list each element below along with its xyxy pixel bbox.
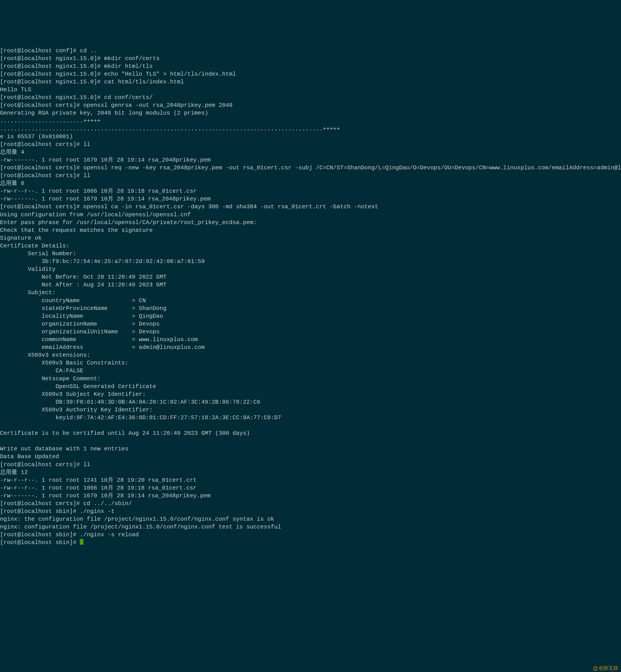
terminal-line: DB:39:F0:61:40:3D:0B:4A:0A:20:1C:02:AF:3…: [0, 399, 260, 405]
terminal-line: Serial Number:: [0, 250, 76, 257]
terminal-line: OpenSSL Generated Certificate: [0, 383, 156, 390]
terminal-line: Hello TLS: [0, 86, 31, 93]
terminal-line: X509v3 Subject Key Identifier:: [0, 391, 149, 398]
terminal-line: [root@localhost sbin]# ./nginx -t: [0, 508, 115, 515]
terminal-line: [root@localhost certs]# ll: [0, 172, 90, 179]
terminal-line: organizationName = Devops: [0, 321, 160, 327]
terminal-line: ........................+++++: [0, 117, 100, 124]
terminal-line: -rw-r--r--. 1 root root 1241 10月 28 19:2…: [0, 477, 197, 483]
terminal-line: Certificate Details:: [0, 242, 70, 249]
terminal-line: [root@localhost nginx1.15.0]# cd conf/ce…: [0, 94, 153, 101]
terminal-line: organizationalUnitName = Devops: [0, 328, 160, 335]
terminal-prompt-current[interactable]: [root@localhost sbin]#: [0, 539, 80, 546]
terminal-line: [root@localhost certs]# openssl ca -in r…: [0, 203, 378, 210]
terminal-line: -rw-------. 1 root root 1679 10月 28 19:1…: [0, 196, 211, 202]
terminal-line: X509v3 Authority Key Identifier:: [0, 406, 156, 413]
terminal-line: 总用量 8: [0, 180, 24, 187]
terminal-line: e is 65537 (0x010001): [0, 133, 73, 140]
terminal-line: 总用量 12: [0, 469, 28, 476]
terminal-line: stateOrProvinceName = ShanDong: [0, 305, 167, 312]
terminal-line: [root@localhost nginx1.15.0]# mkdir html…: [0, 63, 153, 70]
cursor-icon: [80, 539, 83, 545]
terminal-line: -rw-r--r--. 1 root root 1066 10月 28 19:1…: [0, 485, 197, 491]
terminal-line: -rw-------. 1 root root 1679 10月 28 19:1…: [0, 157, 211, 163]
terminal-line: -rw-r--r--. 1 root root 1066 10月 28 19:1…: [0, 188, 197, 195]
terminal-line: [root@localhost certs]# cd ../../sbin/: [0, 500, 132, 507]
terminal-line: [root@localhost nginx1.15.0]# cat html/t…: [0, 79, 184, 85]
terminal-line: X509v3 extensions:: [0, 352, 90, 358]
terminal-line: CA:FALSE: [0, 367, 83, 374]
terminal-line: keyid:9F:7A:42:AF:E4:36:0D:01:CD:FF:27:5…: [0, 414, 281, 421]
terminal-line: X509v3 Basic Constraints:: [0, 360, 132, 366]
terminal-line: [root@localhost certs]# openssl genrsa -…: [0, 102, 233, 109]
terminal-line: localityName = QingDao: [0, 313, 163, 320]
terminal-line: Not After : Aug 24 11:20:49 2023 GMT: [0, 281, 167, 288]
terminal-line: Check that the request matches the signa…: [0, 227, 153, 234]
terminal-line: [root@localhost certs]# ll: [0, 141, 90, 148]
terminal-line: [root@localhost conf]# cd ..: [0, 47, 97, 54]
terminal-line: [root@localhost nginx1.15.0]# mkdir conf…: [0, 55, 160, 62]
terminal-line: Generating RSA private key, 2048 bit lon…: [0, 110, 208, 116]
terminal-line: nginx: configuration file /project/nginx…: [0, 523, 281, 530]
terminal-line: countryName = CN: [0, 297, 146, 304]
terminal-line: 总用量 4: [0, 149, 24, 156]
terminal-line: Enter pass phrase for /usr/local/openssl…: [0, 219, 257, 226]
terminal-line: Write out database with 1 new entries: [0, 445, 128, 452]
terminal-line: Signature ok: [0, 235, 42, 241]
terminal-line: Data Base Updated: [0, 453, 59, 460]
terminal-line: emailAddress = admin@linuxplus.com: [0, 344, 205, 351]
terminal[interactable]: [root@localhost conf]# cd .. [root@local…: [0, 39, 621, 547]
terminal-line: Subject:: [0, 289, 55, 296]
terminal-line: 3b:f9:bc:72:54:4e:25:a7:07:2d:92:42:06:a…: [0, 258, 205, 265]
terminal-line: ........................................…: [0, 125, 340, 132]
terminal-line: [root@localhost nginx1.15.0]# echo "Hell…: [0, 71, 236, 77]
terminal-line: Using configuration from /usr/local/open…: [0, 211, 191, 218]
terminal-line: [root@localhost sbin]# ./nginx -s reload: [0, 531, 139, 538]
terminal-line: [root@localhost certs]# openssl req -new…: [0, 164, 621, 171]
terminal-line: commonName = www.linuxplus.com: [0, 336, 198, 343]
terminal-line: Certificate is to be certified until Aug…: [0, 430, 250, 437]
terminal-line: Netscape Comment:: [0, 375, 104, 382]
terminal-line: -rw-------. 1 root root 1679 10月 28 19:1…: [0, 492, 211, 499]
terminal-line: Not Before: Oct 28 11:20:49 2022 GMT: [0, 274, 167, 280]
terminal-line: [root@localhost certs]# ll: [0, 461, 90, 468]
terminal-line: nginx: the configuration file /project/n…: [0, 516, 274, 522]
terminal-line: Validity: [0, 266, 55, 273]
